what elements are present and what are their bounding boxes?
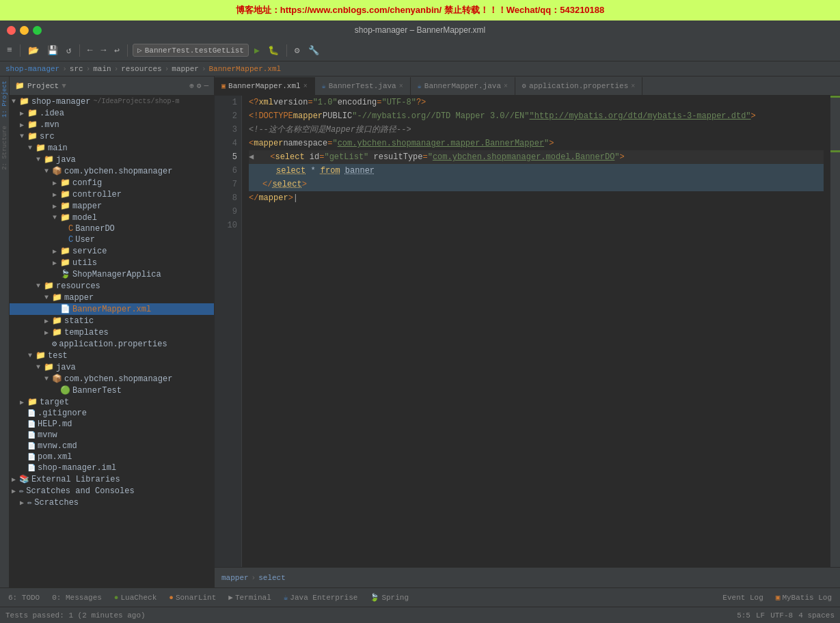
mybatis-log-tab[interactable]: ▣ MyBatis Log: [770, 592, 837, 603]
tree-add-btn[interactable]: ⊕: [189, 81, 194, 90]
terminal-tab[interactable]: ▶ Terminal: [223, 592, 276, 603]
tree-item-scratches-consoles[interactable]: ▶ ✏️ Scratches and Consoles: [10, 485, 214, 497]
tree-gear-btn[interactable]: ⚙: [197, 81, 202, 90]
tree-item-bannertest[interactable]: 🟢 BannerTest: [10, 385, 214, 396]
undo-icon[interactable]: ↩: [111, 44, 122, 57]
tree-item-iml[interactable]: 📄 shop-manager.iml: [10, 462, 214, 473]
tree-item-mvnw[interactable]: 📄 mvnw: [10, 430, 214, 441]
tab-close-bannertest[interactable]: ×: [399, 83, 403, 90]
tree-item-target[interactable]: ▶ 📁 target: [10, 396, 214, 408]
breadcrumb-item-2[interactable]: main: [93, 65, 111, 73]
tree-item-bannerdo[interactable]: C BannerDO: [10, 223, 214, 234]
window-title: shop-manager – BannerMapper.xml: [355, 25, 485, 35]
sonarlint-tab[interactable]: ● SonarLint: [163, 592, 221, 603]
tab-bannerxml[interactable]: ▣ BannerMapper.xml ×: [215, 77, 315, 95]
package-icon-test: 📦: [52, 374, 62, 384]
tab-close-bannerxml[interactable]: ×: [303, 83, 308, 90]
arrow-java: ▼: [34, 156, 42, 163]
tree-item-test-java[interactable]: ▼ 📁 java: [10, 361, 214, 373]
tree-item-package[interactable]: ▼ 📦 com.ybchen.shopmanager: [10, 165, 214, 177]
tree-item-mapper-res[interactable]: ▼ 📁 mapper: [10, 292, 214, 303]
project-tab[interactable]: 1: Project: [1, 77, 9, 122]
tree-label-bannerdo: BannerDO: [75, 224, 115, 234]
tree-item-test-pkg[interactable]: ▼ 📦 com.ybchen.shopmanager: [10, 373, 214, 385]
minimize-button[interactable]: [20, 26, 29, 35]
messages-tab[interactable]: 0: Messages: [46, 592, 107, 603]
breadcrumb-item-3[interactable]: resources: [121, 65, 161, 73]
close-button[interactable]: [7, 26, 16, 35]
tree-item-controller[interactable]: ▶ 📁 controller: [10, 189, 214, 200]
breadcrumb-item-0[interactable]: shop-manager: [5, 65, 59, 73]
spring-tab[interactable]: 🍃 Spring: [364, 592, 414, 603]
tree-item-pomxml[interactable]: 📄 pom.xml: [10, 452, 214, 462]
line-num-2: 2: [219, 109, 237, 123]
structure-tab[interactable]: 2: Structure: [1, 122, 9, 174]
tree-item-service[interactable]: ▶ 📁 service: [10, 245, 214, 257]
java-enterprise-tab[interactable]: ☕ Java Enterprise: [278, 592, 364, 603]
settings-icon[interactable]: 🔧: [306, 44, 322, 57]
tree-item-appprops[interactable]: ⚙ application.properties: [10, 338, 214, 350]
tree-item-mapper[interactable]: ▶ 📁 mapper: [10, 200, 214, 212]
breadcrumb-item-5[interactable]: BannerMapper.xml: [209, 65, 282, 73]
arrow-scratches-consoles: ▶: [10, 487, 18, 495]
open-icon[interactable]: 📂: [25, 44, 42, 57]
menu-icon[interactable]: ≡: [4, 44, 15, 57]
tree-item-model[interactable]: ▼ 📁 model: [10, 212, 214, 223]
folder-icon-model: 📁: [60, 212, 70, 223]
back-icon[interactable]: ←: [85, 44, 96, 57]
toolbar-sep-1: [20, 44, 21, 57]
tree-item-utils[interactable]: ▶ 📁 utils: [10, 257, 214, 268]
tab-close-bannermapper[interactable]: ×: [504, 83, 508, 90]
tree-item-src[interactable]: ▼ 📁 src: [10, 130, 214, 142]
tree-item-mvn[interactable]: ▶ 📁 .mvn: [10, 119, 214, 130]
code-editor[interactable]: <?xml version="1.0" encoding="UTF-8"?> <…: [242, 96, 830, 567]
tree-item-shopapp[interactable]: 🍃 ShopManagerApplica: [10, 268, 214, 280]
tree-item-test[interactable]: ▼ 📁 test: [10, 350, 214, 361]
bottom-bc-select[interactable]: select: [258, 574, 286, 582]
tree-item-config[interactable]: ▶ 📁 config: [10, 177, 214, 189]
breadcrumb-item-1[interactable]: src: [70, 65, 83, 73]
tree-item-shopmanager[interactable]: ▼ 📁 shop-manager ~/IdeaProjects/shop-m: [10, 96, 214, 107]
event-log-tab[interactable]: Event Log: [717, 592, 768, 603]
line-num-4: 4: [219, 137, 237, 150]
event-log-label: Event Log: [722, 594, 763, 602]
file-icon-helpmd: 📄: [27, 420, 36, 428]
tree-collapse-btn[interactable]: —: [204, 81, 208, 90]
tree-item-user[interactable]: C User: [10, 234, 214, 245]
luacheck-tab[interactable]: ● LuaCheck: [109, 592, 162, 603]
tree-item-java[interactable]: ▼ 📁 java: [10, 154, 214, 165]
debug-button[interactable]: 🐛: [265, 44, 282, 57]
refresh-icon[interactable]: ↺: [64, 44, 74, 57]
save-icon[interactable]: 💾: [44, 44, 61, 57]
maximize-button[interactable]: [33, 26, 42, 35]
tree-item-templates[interactable]: ▶ 📁 templates: [10, 327, 214, 338]
status-right: 5:5 LF UTF-8 4 spaces: [737, 611, 835, 620]
toolbar-sep-2: [79, 44, 80, 57]
tree-item-gitignore[interactable]: 📄 .gitignore: [10, 408, 214, 419]
run-config[interactable]: ▷ BannerTest.testGetList: [133, 44, 249, 57]
tree-item-helpmd[interactable]: 📄 HELP.md: [10, 419, 214, 430]
forward-icon[interactable]: →: [98, 44, 109, 57]
run-button[interactable]: ▶: [252, 44, 262, 57]
tree-label-config: config: [72, 178, 102, 188]
tree-item-idea[interactable]: ▶ 📁 .idea: [10, 107, 214, 119]
tree-item-static[interactable]: ▶ 📁 static: [10, 315, 214, 327]
tab-bannermapper[interactable]: ☕ BannerMapper.java ×: [411, 77, 515, 95]
tree-item-bannerxml[interactable]: 📄 BannerMapper.xml: [10, 303, 214, 315]
content-area: 1: Project 2: Structure 📁 Project ▼ ⊕ ⚙ …: [0, 77, 840, 587]
tree-item-main[interactable]: ▼ 📁 main: [10, 142, 214, 154]
lib-icon: 📚: [19, 474, 29, 484]
folder-icon-config: 📁: [60, 178, 70, 188]
tree-item-mvnwcmd[interactable]: 📄 mvnw.cmd: [10, 441, 214, 452]
bottom-bc-mapper[interactable]: mapper: [221, 574, 249, 582]
tree-item-resources[interactable]: ▼ 📁 resources: [10, 280, 214, 292]
tab-close-appprops[interactable]: ×: [631, 83, 635, 90]
build-icon[interactable]: ⚙: [292, 44, 303, 57]
run-config-label: BannerTest.testGetList: [145, 46, 244, 55]
tab-appprops[interactable]: ⚙ application.properties ×: [515, 77, 642, 95]
breadcrumb-item-4[interactable]: mapper: [172, 65, 199, 73]
tree-item-extlibs[interactable]: ▶ 📚 External Libraries: [10, 473, 214, 485]
todo-tab[interactable]: 6: TODO: [3, 592, 45, 603]
tab-bannertest[interactable]: ☕ BannerTest.java ×: [315, 77, 411, 95]
tree-item-scratches[interactable]: ▶ ✏️ Scratches: [10, 497, 214, 508]
